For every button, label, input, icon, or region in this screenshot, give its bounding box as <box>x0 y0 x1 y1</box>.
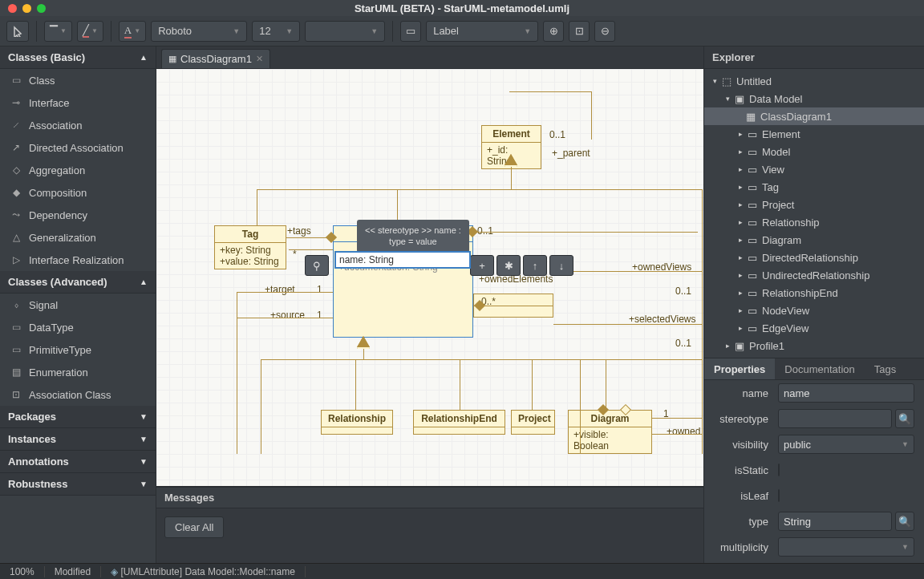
prop-type-input[interactable]: String <box>778 512 892 531</box>
tool-interface[interactable]: ⊸Interface <box>0 91 156 114</box>
add-button[interactable]: + <box>470 255 494 276</box>
delete-button[interactable]: ✱ <box>496 255 521 276</box>
tree-nodeview[interactable]: ▸▭NodeView <box>704 302 924 319</box>
prop-vis-select[interactable]: public▼ <box>778 435 914 454</box>
tree-directedrelationship[interactable]: ▸▭DirectedRelationship <box>704 249 924 266</box>
tree-edgeview[interactable]: ▸▭EdgeView <box>704 319 924 337</box>
prop-static-checkbox[interactable] <box>778 464 780 476</box>
type-search-button[interactable]: 🔍 <box>895 512 914 531</box>
zoom-out-tool[interactable]: ⊖ <box>594 21 615 42</box>
tool-aggregation[interactable]: ◇Aggregation <box>0 159 156 181</box>
tool-enumeration[interactable]: ▤Enumeration <box>0 361 156 383</box>
interface-icon: ⊸ <box>10 97 22 108</box>
section-robustness[interactable]: Robustness▼ <box>0 473 156 496</box>
mult-label: 0..1 <box>477 225 493 237</box>
font-select[interactable]: Roboto▼ <box>151 21 247 42</box>
zoom-label: 100% <box>0 566 45 577</box>
style-select[interactable]: ▼ <box>305 21 385 42</box>
zoom-fit-tool[interactable]: ⊡ <box>569 21 590 42</box>
window-title: StarUML (BETA) - StarUML-metamodel.umlj <box>0 2 924 14</box>
profile-icon: ▣ <box>733 340 746 351</box>
expand-icon[interactable]: ▸ <box>735 130 746 138</box>
tab-documentation[interactable]: Documentation <box>775 358 864 379</box>
cube-icon: ⬚ <box>720 75 733 87</box>
role-label: +target <box>265 284 295 295</box>
font-size-select[interactable]: 12▼ <box>252 21 300 42</box>
tab-tags[interactable]: Tags <box>865 358 906 379</box>
zoom-in-tool[interactable]: ⊕ <box>543 21 564 42</box>
tool-directed-association[interactable]: ↗Directed Association <box>0 136 156 159</box>
tab-properties[interactable]: Properties <box>704 358 775 379</box>
class-tag[interactable]: Tag +key: String +value: String <box>214 225 286 269</box>
prop-static-label: isStatic <box>714 464 778 476</box>
section-classes-advanced[interactable]: Classes (Advanced)▲ <box>0 271 156 294</box>
tool-datatype[interactable]: ▭DataType <box>0 316 156 338</box>
tool-interface-realization[interactable]: ▷Interface Realization <box>0 249 156 271</box>
role-label: +selectedViews <box>629 314 696 325</box>
label-select[interactable]: Label▼ <box>426 21 538 42</box>
chevron-down-icon: ▼ <box>140 435 148 443</box>
tool-association-class[interactable]: ⊡Association Class <box>0 383 156 406</box>
tool-dependency[interactable]: ⤳Dependency <box>0 204 156 226</box>
tree-view[interactable]: ▸▭View <box>704 160 924 178</box>
section-annotations[interactable]: Annotations▼ <box>0 451 156 473</box>
tab-classdiagram1[interactable]: ▦ ClassDiagram1 ✕ <box>161 49 270 68</box>
tree-relationshipend[interactable]: ▸▭RelationshipEnd <box>704 284 924 302</box>
section-packages[interactable]: Packages▼ <box>0 406 156 428</box>
clear-all-button[interactable]: Clear All <box>164 516 224 538</box>
edit-tooltip: << stereotype >> name :type = value <box>357 220 469 253</box>
class-project[interactable]: Project <box>511 410 555 435</box>
format-tool[interactable]: ▭ <box>400 21 421 42</box>
role-label: +source <box>270 310 305 321</box>
diagram-canvas[interactable]: Element +_id: String 0..1 +_parent Tag +… <box>156 69 703 487</box>
directed-icon: ↗ <box>10 142 22 153</box>
tree-model[interactable]: ▸▭Model <box>704 143 924 160</box>
close-tab-icon[interactable]: ✕ <box>256 54 263 64</box>
role-label: +tags <box>287 225 311 237</box>
move-down-button[interactable]: ↓ <box>549 255 573 276</box>
cursor-tool[interactable] <box>6 21 29 42</box>
tool-class[interactable]: ▭Class <box>0 69 156 91</box>
font-color-tool[interactable]: A▼ <box>119 21 146 42</box>
diagram-icon: ▦ <box>744 111 757 122</box>
line-color-tool[interactable]: ╱▼ <box>77 21 103 42</box>
tool-primitivetype[interactable]: ▭PrimitiveType <box>0 338 156 361</box>
expand-icon[interactable]: ▾ <box>722 95 733 103</box>
expand-icon[interactable]: ▾ <box>709 77 720 85</box>
tree-relationship[interactable]: ▸▭Relationship <box>704 213 924 231</box>
tool-signal[interactable]: ⬨Signal <box>0 294 156 316</box>
tree-profile1[interactable]: ▸▣Profile1 <box>704 337 924 354</box>
section-classes-basic[interactable]: Classes (Basic)▲ <box>0 47 156 69</box>
mult-label: 0..1 <box>549 129 565 140</box>
generalization-icon: △ <box>10 232 22 243</box>
tree-element[interactable]: ▸▭Element <box>704 125 924 143</box>
section-instances[interactable]: Instances▼ <box>0 428 156 451</box>
prop-type-label: type <box>714 516 778 528</box>
tree-data-model[interactable]: ▾▣Data Model <box>704 90 924 107</box>
tool-generalization[interactable]: △Generalization <box>0 226 156 249</box>
add-visibility-button[interactable]: ⚲ <box>305 255 329 276</box>
fill-color-tool[interactable]: ▔▼ <box>44 21 72 42</box>
class-relationship[interactable]: Relationship <box>321 410 393 435</box>
prop-leaf-checkbox[interactable] <box>778 489 780 502</box>
tool-association[interactable]: ⟋Association <box>0 114 156 136</box>
tree-diagram[interactable]: ▸▭Diagram <box>704 231 924 249</box>
attribute-edit-input[interactable] <box>334 251 471 269</box>
move-up-button[interactable]: ↑ <box>523 255 547 276</box>
tree-project[interactable]: ▸▭Project <box>704 196 924 213</box>
prop-stereo-input[interactable] <box>778 409 892 428</box>
tree-classdiagram1[interactable]: ▦ClassDiagram1 <box>704 107 924 125</box>
stereo-search-button[interactable]: 🔍 <box>895 409 914 428</box>
format-icon: ▭ <box>406 25 415 37</box>
aggregation-icon: ◇ <box>10 164 22 176</box>
prop-name-input[interactable]: name <box>778 383 914 403</box>
chevron-down-icon: ▼ <box>902 440 909 448</box>
class-relationshipend[interactable]: RelationshipEnd <box>413 410 505 435</box>
diagram-icon: ▦ <box>168 54 176 64</box>
tree-undirectedrelationship[interactable]: ▸▭UndirectedRelationship <box>704 266 924 284</box>
search-icon: 🔍 <box>898 516 911 528</box>
tool-composition[interactable]: ◆Composition <box>0 181 156 204</box>
tree-root[interactable]: ▾⬚Untitled <box>704 72 924 90</box>
prop-mult-select[interactable]: ▼ <box>778 537 914 557</box>
tree-tag[interactable]: ▸▭Tag <box>704 178 924 196</box>
